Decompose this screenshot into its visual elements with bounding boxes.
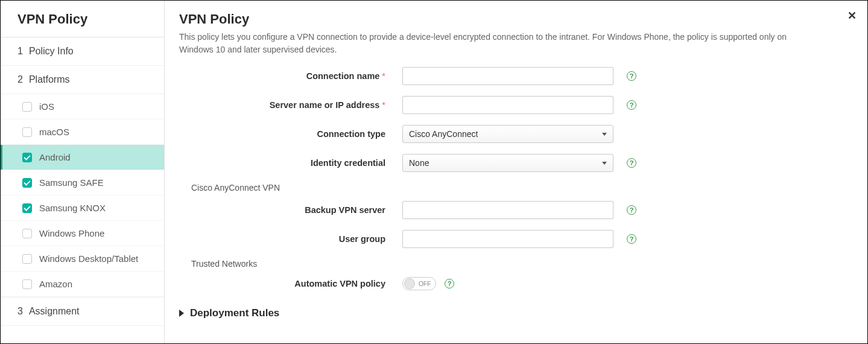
step-assignment[interactable]: 3 Assignment (1, 297, 164, 326)
step-label: Assignment (29, 306, 80, 317)
help-icon[interactable]: ? (627, 71, 636, 81)
help-icon[interactable]: ? (627, 158, 636, 168)
platform-macos[interactable]: macOS (1, 119, 164, 145)
platform-windows-phone[interactable]: Windows Phone (1, 221, 164, 246)
platform-amazon[interactable]: Amazon (1, 272, 164, 297)
step-platforms[interactable]: 2 Platforms (1, 66, 164, 94)
checkbox-icon[interactable] (22, 127, 32, 137)
checkbox-icon[interactable] (22, 229, 32, 238)
deployment-rules-toggle[interactable]: Deployment Rules (179, 307, 849, 319)
backup-server-label: Backup VPN server (179, 205, 402, 215)
server-label: Server name or IP address* (179, 100, 402, 110)
select-value: None (409, 158, 429, 168)
chevron-down-icon (602, 133, 607, 136)
checkbox-icon[interactable] (22, 102, 32, 112)
platform-label: Samsung SAFE (39, 177, 104, 188)
user-group-input[interactable] (402, 230, 613, 248)
identity-credential-select[interactable]: None (402, 154, 613, 172)
deployment-rules-title: Deployment Rules (190, 307, 279, 319)
toggle-state: OFF (419, 281, 431, 287)
connection-name-label: Connection name* (179, 71, 402, 81)
checkbox-icon[interactable] (22, 279, 32, 289)
select-value: Cisco AnyConnect (409, 129, 478, 139)
cisco-section-label: Cisco AnyConnect VPN (191, 183, 849, 193)
backup-server-input[interactable] (402, 201, 613, 219)
auto-policy-toggle[interactable]: OFF (402, 277, 436, 290)
sidebar: VPN Policy 1 Policy Info 2 Platforms iOS… (1, 1, 165, 343)
help-icon[interactable]: ? (627, 234, 636, 244)
connection-type-label: Connection type (179, 129, 402, 139)
step-label: Policy Info (29, 46, 74, 57)
auto-policy-label: Automatic VPN policy (179, 279, 402, 288)
triangle-right-icon (179, 310, 184, 317)
connection-type-select[interactable]: Cisco AnyConnect (402, 125, 613, 143)
platform-label: macOS (39, 127, 69, 137)
connection-name-input[interactable] (402, 67, 613, 85)
close-icon[interactable]: ✕ (847, 9, 857, 22)
help-icon[interactable]: ? (627, 205, 636, 215)
platform-label: Amazon (39, 279, 72, 289)
step-label: Platforms (29, 74, 70, 85)
help-icon[interactable]: ? (627, 100, 636, 110)
server-input[interactable] (402, 96, 613, 114)
step-policy-info[interactable]: 1 Policy Info (1, 37, 164, 66)
toggle-knob-icon (404, 278, 415, 289)
checkbox-icon[interactable] (22, 203, 32, 213)
platform-label: iOS (39, 101, 54, 112)
sidebar-title: VPN Policy (1, 1, 164, 37)
platform-label: Windows Phone (39, 228, 104, 238)
step-number: 3 (17, 306, 23, 317)
page-description: This policy lets you configure a VPN con… (179, 31, 819, 56)
checkbox-icon[interactable] (22, 153, 32, 162)
trusted-section-label: Trusted Networks (191, 259, 849, 269)
platform-android[interactable]: Android (1, 145, 164, 170)
user-group-label: User group (179, 234, 402, 244)
identity-credential-label: Identity credential (179, 158, 402, 168)
platform-label: Android (39, 152, 71, 162)
help-icon[interactable]: ? (445, 279, 454, 288)
main-panel: ✕ VPN Policy This policy lets you config… (165, 1, 867, 343)
platform-label: Windows Desktop/Tablet (39, 253, 138, 264)
checkbox-icon[interactable] (22, 178, 32, 188)
step-number: 1 (17, 46, 23, 57)
chevron-down-icon (602, 162, 607, 165)
platform-ios[interactable]: iOS (1, 94, 164, 119)
platform-samsung-knox[interactable]: Samsung KNOX (1, 196, 164, 221)
platform-samsung-safe[interactable]: Samsung SAFE (1, 170, 164, 196)
checkbox-icon[interactable] (22, 254, 32, 264)
step-number: 2 (17, 74, 23, 85)
platform-label: Samsung KNOX (39, 203, 106, 213)
platform-windows-desktop[interactable]: Windows Desktop/Tablet (1, 246, 164, 272)
page-title: VPN Policy (179, 11, 849, 27)
